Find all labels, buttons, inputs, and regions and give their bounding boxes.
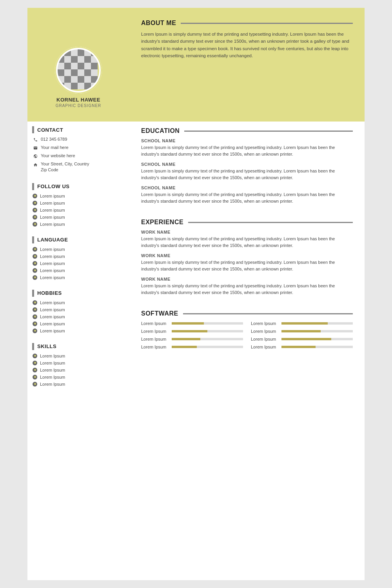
follow-section: FOLLOW US Lorem ipsum Lorem ipsum Lorem … xyxy=(27,178,129,232)
resume: KORNEL HAWEE GRAPHIC DESIGNER CONTACT 01… xyxy=(27,8,365,580)
software-label: Lorem Ipsum xyxy=(141,329,169,334)
svg-rect-19 xyxy=(91,63,98,69)
name-block: KORNEL HAWEE GRAPHIC DESIGNER xyxy=(56,97,102,108)
experience-item: WORK NAME Lorem Ipsum is simply dummy te… xyxy=(141,230,353,249)
svg-rect-35 xyxy=(78,83,84,89)
about-text: Lorem Ipsum is simply dummy text of the … xyxy=(141,31,353,60)
section-bar xyxy=(32,183,34,190)
contact-title: CONTACT xyxy=(37,127,63,133)
about-bar xyxy=(181,23,353,24)
svg-rect-21 xyxy=(64,69,71,76)
section-bar xyxy=(32,343,34,350)
software-bar xyxy=(281,346,316,348)
phone-icon xyxy=(32,136,38,143)
software-bar xyxy=(281,338,331,340)
about-me-title: ABOUT ME xyxy=(141,20,176,27)
software-item: Lorem Ipsum xyxy=(251,345,353,349)
contact-section: CONTACT 012 345 6789 Your mail here Your… xyxy=(27,122,129,178)
skills-section: SKILLS Lorem Ipsum Lorem Ipsum Lorem Ips… xyxy=(27,338,129,392)
list-item: Lorem ipsum xyxy=(32,247,122,252)
hobbies-list: Lorem ipsum Lorem ipsum Lorem ipsum Lore… xyxy=(32,300,122,334)
education-list: SCHOOL NAME Lorem Ipsum is simply dummy … xyxy=(141,138,353,204)
skills-title: SKILLS xyxy=(37,343,56,349)
bullet-icon xyxy=(32,300,38,305)
school-name: SCHOOL NAME xyxy=(141,162,353,167)
school-text: Lorem Ipsum is simply dummy text of the … xyxy=(141,191,353,204)
right-column: ABOUT ME Lorem Ipsum is simply dummy tex… xyxy=(129,8,365,580)
experience-title: EXPERIENCE xyxy=(141,219,183,226)
svg-rect-12 xyxy=(84,56,91,63)
edu-bar xyxy=(184,131,353,132)
work-text: Lorem Ipsum is simply dummy text of the … xyxy=(141,259,353,272)
software-label: Lorem Ipsum xyxy=(251,345,278,349)
svg-rect-29 xyxy=(78,76,84,83)
bullet-icon xyxy=(32,353,38,359)
contact-web: Your website here xyxy=(32,153,122,159)
contact-phone: 012 345 6789 xyxy=(32,136,122,143)
school-name: SCHOOL NAME xyxy=(141,138,353,143)
language-title: LANGUAGE xyxy=(37,237,68,243)
svg-rect-5 xyxy=(78,49,84,56)
work-name: WORK NAME xyxy=(141,277,353,281)
list-item-text: Lorem ipsum xyxy=(40,215,65,220)
software-bar xyxy=(281,322,328,325)
bullet-icon xyxy=(32,214,38,220)
work-name: WORK NAME xyxy=(141,230,353,234)
software-bar xyxy=(281,330,321,332)
list-item-text: Lorem ipsum xyxy=(40,275,65,280)
education-item: SCHOOL NAME Lorem Ipsum is simply dummy … xyxy=(141,138,353,157)
list-item: Lorem Ipsum xyxy=(32,367,122,373)
list-item-text: Lorem Ipsum xyxy=(40,368,65,372)
work-text: Lorem Ipsum is simply dummy text of the … xyxy=(141,236,353,249)
svg-rect-10 xyxy=(71,56,78,63)
list-item: Lorem ipsum xyxy=(32,193,122,199)
svg-rect-18 xyxy=(84,63,91,69)
software-item: Lorem Ipsum xyxy=(251,321,353,326)
list-item-text: Lorem ipsum xyxy=(40,222,65,227)
bullet-icon xyxy=(32,193,38,199)
software-bar-container xyxy=(172,322,243,325)
education-item: SCHOOL NAME Lorem Ipsum is simply dummy … xyxy=(141,162,353,181)
experience-item: WORK NAME Lorem Ipsum is simply dummy te… xyxy=(141,277,353,296)
software-item: Lorem Ipsum xyxy=(141,321,243,326)
list-item-text: Lorem ipsum xyxy=(40,307,65,312)
list-item: Lorem ipsum xyxy=(32,221,122,227)
svg-rect-16 xyxy=(71,63,78,69)
svg-rect-28 xyxy=(71,76,78,83)
svg-rect-27 xyxy=(64,76,71,83)
software-bar xyxy=(172,338,200,340)
list-item: Lorem Ipsum xyxy=(32,381,122,387)
bullet-icon xyxy=(32,321,38,327)
avatar xyxy=(55,47,102,94)
list-item-text: Lorem ipsum xyxy=(40,194,65,198)
experience-section: EXPERIENCE WORK NAME Lorem Ipsum is simp… xyxy=(129,213,365,304)
software-label: Lorem Ipsum xyxy=(251,337,278,341)
web-text: Your website here xyxy=(41,153,75,159)
web-icon xyxy=(32,153,38,159)
list-item: Lorem ipsum xyxy=(32,328,122,334)
list-item: Lorem ipsum xyxy=(32,321,122,327)
hobbies-section: HOBBIES Lorem ipsum Lorem ipsum Lorem ip… xyxy=(27,285,129,338)
svg-rect-23 xyxy=(78,69,84,76)
section-bar xyxy=(32,290,34,297)
sw-bar xyxy=(183,313,353,314)
section-bar xyxy=(32,126,34,133)
software-label: Lorem Ipsum xyxy=(141,345,169,349)
person-title: GRAPHIC DESIGNER xyxy=(56,103,102,108)
bullet-icon xyxy=(32,314,38,319)
software-title: SOFTWARE xyxy=(141,310,178,317)
list-item-text: Lorem ipsum xyxy=(40,321,65,326)
bullet-icon xyxy=(32,307,38,312)
software-item: Lorem Ipsum xyxy=(141,329,243,334)
list-item: Lorem Ipsum xyxy=(32,374,122,380)
software-bar-container xyxy=(172,338,243,340)
contact-address: Your Street, City, CountryZip Code xyxy=(32,161,122,173)
software-bar xyxy=(172,330,207,332)
education-section: EDUCATION SCHOOL NAME Lorem Ipsum is sim… xyxy=(129,122,365,213)
software-bar-container xyxy=(172,346,243,348)
software-label: Lorem Ipsum xyxy=(141,337,169,341)
follow-title: FOLLOW US xyxy=(37,183,70,189)
school-name: SCHOOL NAME xyxy=(141,185,353,190)
svg-rect-9 xyxy=(64,56,71,63)
person-name: KORNEL HAWEE xyxy=(56,97,102,103)
